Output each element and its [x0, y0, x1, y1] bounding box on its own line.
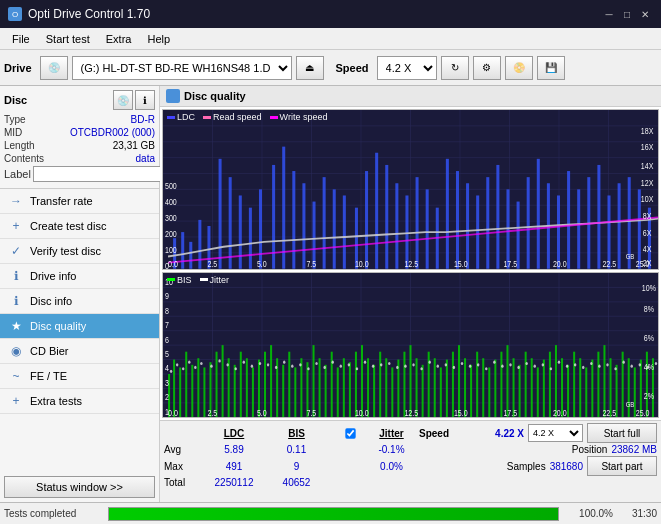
svg-point-236 [501, 364, 503, 367]
svg-point-238 [517, 366, 519, 369]
sidebar-item-disc-info[interactable]: ℹ Disc info [0, 289, 159, 314]
svg-rect-177 [555, 345, 557, 417]
start-full-button[interactable]: Start full [587, 423, 657, 443]
svg-text:25.0: 25.0 [636, 260, 650, 269]
svg-text:2.5: 2.5 [207, 408, 217, 417]
drive-label: Drive [4, 62, 32, 74]
contents-label: Contents [4, 153, 44, 164]
speed-stat-label: Speed [419, 428, 459, 439]
svg-point-229 [445, 363, 447, 366]
svg-point-195 [176, 363, 178, 366]
svg-rect-176 [549, 351, 551, 417]
menu-help[interactable]: Help [139, 31, 178, 47]
sidebar-item-extra-tests[interactable]: + Extra tests [0, 389, 159, 414]
max-label: Max [164, 461, 199, 472]
svg-rect-30 [282, 147, 285, 269]
svg-point-250 [614, 367, 616, 370]
svg-text:6: 6 [165, 334, 169, 344]
position-value: 23862 MB [611, 444, 657, 455]
disc-icon-btn[interactable]: 💿 [113, 90, 133, 110]
ldc-chart-svg: 0 100 200 300 400 500 18X 16X 14X 12X 10… [163, 110, 658, 269]
label-input[interactable] [33, 166, 166, 182]
svg-rect-51 [496, 165, 499, 269]
svg-rect-163 [470, 365, 472, 417]
menu-extra[interactable]: Extra [98, 31, 140, 47]
start-part-button[interactable]: Start part [587, 456, 657, 476]
menu-start-test[interactable]: Start test [38, 31, 98, 47]
nav-items: → Transfer rate + Create test disc ✓ Ver… [0, 189, 159, 472]
speed-stat-select[interactable]: 4.2 X [528, 424, 583, 442]
samples-value: 381680 [550, 461, 583, 472]
drive-icon-button[interactable]: 💿 [40, 56, 68, 80]
ldc-chart-legend: LDC Read speed Write speed [167, 112, 327, 122]
speed-label: Speed [336, 62, 369, 74]
svg-rect-57 [557, 195, 560, 268]
sidebar-item-cd-bier[interactable]: ◉ CD Bier [0, 339, 159, 364]
save-button[interactable]: 💾 [537, 56, 565, 80]
svg-rect-61 [597, 165, 600, 269]
svg-rect-123 [228, 358, 230, 417]
svg-rect-21 [189, 242, 192, 269]
close-button[interactable]: ✕ [637, 6, 653, 22]
svg-point-248 [598, 364, 600, 367]
bis-chart-svg: 1 2 3 4 5 6 7 8 9 10 10% 8% 6% 4% 2% [163, 273, 658, 417]
sidebar-label-transfer-rate: Transfer rate [30, 195, 93, 207]
svg-point-251 [622, 360, 624, 363]
bis-chart: BIS Jitter [162, 272, 659, 418]
menu-file[interactable]: File [4, 31, 38, 47]
sidebar-label-drive-info: Drive info [30, 270, 76, 282]
svg-rect-148 [379, 351, 381, 417]
svg-rect-143 [349, 362, 351, 417]
svg-rect-173 [531, 358, 533, 417]
svg-text:2.5: 2.5 [207, 260, 217, 269]
svg-text:14X: 14X [641, 161, 654, 171]
svg-point-209 [283, 360, 285, 363]
eject-button[interactable]: ⏏ [296, 56, 324, 80]
minimize-button[interactable]: ─ [601, 6, 617, 22]
svg-text:8: 8 [165, 306, 169, 316]
svg-point-210 [291, 364, 293, 367]
svg-rect-49 [476, 195, 479, 268]
svg-text:22.5: 22.5 [602, 260, 616, 269]
svg-point-242 [550, 367, 552, 370]
drive-select[interactable]: (G:) HL-DT-ST BD-RE WH16NS48 1.D3 [72, 56, 292, 80]
svg-rect-185 [603, 345, 605, 417]
drive-info-icon: ℹ [8, 269, 24, 283]
svg-text:10.0: 10.0 [355, 260, 369, 269]
svg-point-207 [267, 363, 269, 366]
sidebar-item-transfer-rate[interactable]: → Transfer rate [0, 189, 159, 214]
jitter-checkbox[interactable] [345, 428, 355, 438]
create-test-disc-icon: + [8, 219, 24, 233]
speed-select[interactable]: 4.2 X [377, 56, 437, 80]
svg-rect-138 [319, 358, 321, 417]
status-bar: Tests completed 100.0% 31:30 [0, 502, 661, 524]
status-window-button[interactable]: Status window >> [4, 476, 155, 498]
svg-point-220 [372, 364, 374, 367]
svg-point-198 [194, 366, 196, 369]
media-button[interactable]: 📀 [505, 56, 533, 80]
svg-text:18X: 18X [641, 127, 654, 137]
svg-rect-171 [519, 365, 521, 417]
settings-button[interactable]: ⚙ [473, 56, 501, 80]
transfer-rate-icon: → [8, 194, 24, 208]
svg-rect-124 [234, 365, 236, 417]
contents-value: data [136, 153, 155, 164]
sidebar-item-drive-info[interactable]: ℹ Drive info [0, 264, 159, 289]
refresh-button[interactable]: ↻ [441, 56, 469, 80]
max-ldc: 491 [199, 461, 269, 472]
svg-text:8%: 8% [644, 304, 654, 314]
svg-rect-40 [385, 165, 388, 269]
sidebar-item-verify-test-disc[interactable]: ✓ Verify test disc [0, 239, 159, 264]
disc-info-btn[interactable]: ℹ [135, 90, 155, 110]
sidebar-item-disc-quality[interactable]: ★ Disc quality [0, 314, 159, 339]
maximize-button[interactable]: □ [619, 6, 635, 22]
svg-rect-189 [628, 358, 630, 417]
svg-point-243 [558, 360, 560, 363]
svg-rect-118 [197, 358, 199, 417]
content-area: Disc quality LDC Read speed Wri [160, 86, 661, 502]
svg-point-237 [509, 363, 511, 366]
sidebar-label-create-test-disc: Create test disc [30, 220, 106, 232]
mid-value: OTCBDR002 (000) [70, 127, 155, 138]
sidebar-item-create-test-disc[interactable]: + Create test disc [0, 214, 159, 239]
sidebar-item-fe-te[interactable]: ~ FE / TE [0, 364, 159, 389]
